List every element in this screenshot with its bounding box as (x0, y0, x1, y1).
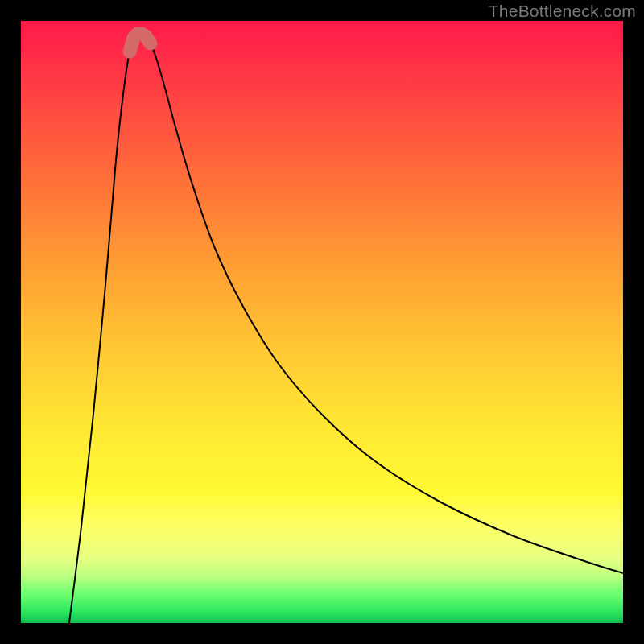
curve-layer (21, 21, 623, 623)
optimal-point-marker (130, 34, 151, 52)
chart-frame: TheBottleneck.com (0, 0, 644, 644)
bottleneck-curve (69, 34, 623, 623)
plot-area (21, 21, 623, 623)
watermark-text: TheBottleneck.com (489, 2, 636, 21)
